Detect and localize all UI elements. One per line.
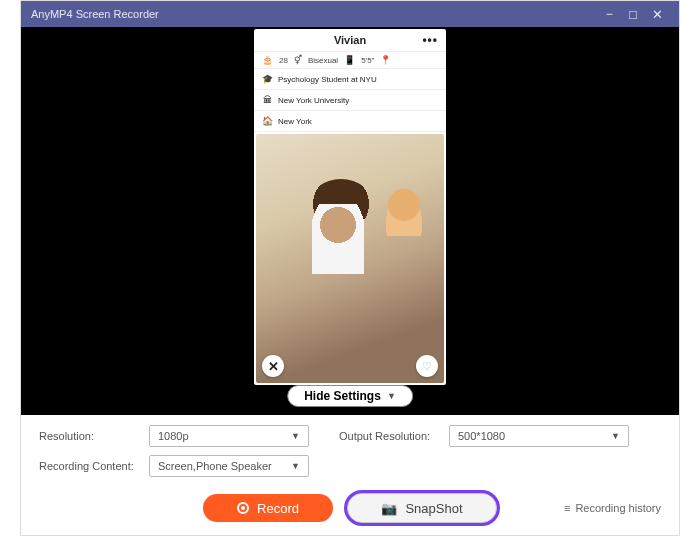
hide-settings-button[interactable]: Hide Settings ▼: [287, 385, 413, 407]
recording-content-value: Screen,Phone Speaker: [158, 460, 272, 472]
profile-age: 28: [279, 56, 288, 65]
snapshot-button[interactable]: 📷 SnapShot: [347, 493, 497, 523]
photo-cat: [383, 184, 425, 236]
profile-orientation: Bisexual: [308, 56, 338, 65]
orientation-icon: ⚥: [294, 55, 302, 65]
camera-icon: 📷: [381, 501, 397, 516]
chevron-down-icon: ▼: [387, 391, 396, 401]
profile-row-text: Psychology Student at NYU: [278, 75, 377, 84]
chevron-down-icon: ▼: [611, 431, 620, 441]
bottom-toolbar: Record 📷 SnapShot ≡ Recording history: [21, 489, 679, 535]
pin-icon: 📍: [380, 55, 391, 65]
snapshot-label: SnapShot: [405, 501, 462, 516]
profile-height: 5'5": [361, 56, 374, 65]
photo-person: [312, 204, 364, 274]
hide-settings-label: Hide Settings: [304, 389, 381, 403]
history-label: Recording history: [575, 502, 661, 514]
record-button[interactable]: Record: [203, 494, 333, 522]
grad-icon: 🎓: [262, 74, 272, 84]
app-title: AnyMP4 Screen Recorder: [31, 8, 159, 20]
output-resolution-label: Output Resolution:: [339, 430, 439, 442]
profile-name: Vivian: [334, 34, 366, 46]
record-label: Record: [257, 501, 299, 516]
profile-header: Vivian •••: [254, 29, 446, 51]
titlebar: AnyMP4 Screen Recorder － □ ✕: [21, 1, 679, 27]
profile-photo: ✕ ♡: [256, 134, 444, 383]
output-resolution-select[interactable]: 500*1080 ▼: [449, 425, 629, 447]
recording-history-link[interactable]: ≡ Recording history: [564, 502, 661, 514]
profile-row: 🎓 Psychology Student at NYU: [254, 69, 446, 90]
close-button[interactable]: ✕: [645, 7, 669, 22]
home-icon: 🏠: [262, 116, 272, 126]
ruler-icon: 📱: [344, 55, 355, 65]
record-icon: [237, 502, 249, 514]
settings-panel: Resolution: 1080p ▼ Output Resolution: 5…: [21, 415, 679, 489]
recording-content-select[interactable]: Screen,Phone Speaker ▼: [149, 455, 309, 477]
resolution-select[interactable]: 1080p ▼: [149, 425, 309, 447]
school-icon: 🏛: [262, 95, 272, 105]
more-icon[interactable]: •••: [422, 33, 438, 47]
minimize-button[interactable]: －: [597, 5, 621, 23]
profile-row-text: New York: [278, 117, 312, 126]
like-button[interactable]: ♡: [416, 355, 438, 377]
resolution-value: 1080p: [158, 430, 189, 442]
recording-content-label: Recording Content:: [39, 460, 139, 472]
profile-row: 🏠 New York: [254, 111, 446, 132]
cake-icon: 🎂: [262, 55, 273, 65]
history-icon: ≡: [564, 502, 570, 514]
app-window: AnyMP4 Screen Recorder － □ ✕ Vivian ••• …: [20, 0, 680, 536]
profile-stats: 🎂 28 ⚥ Bisexual 📱 5'5" 📍: [254, 51, 446, 69]
profile-row: 🏛 New York University: [254, 90, 446, 111]
profile-row-text: New York University: [278, 96, 349, 105]
maximize-button[interactable]: □: [621, 7, 645, 22]
output-resolution-value: 500*1080: [458, 430, 505, 442]
phone-preview: Vivian ••• 🎂 28 ⚥ Bisexual 📱 5'5" 📍 🎓 Ps…: [254, 29, 446, 385]
chevron-down-icon: ▼: [291, 431, 300, 441]
reject-button[interactable]: ✕: [262, 355, 284, 377]
resolution-label: Resolution:: [39, 430, 139, 442]
preview-area: Vivian ••• 🎂 28 ⚥ Bisexual 📱 5'5" 📍 🎓 Ps…: [21, 27, 679, 415]
chevron-down-icon: ▼: [291, 461, 300, 471]
